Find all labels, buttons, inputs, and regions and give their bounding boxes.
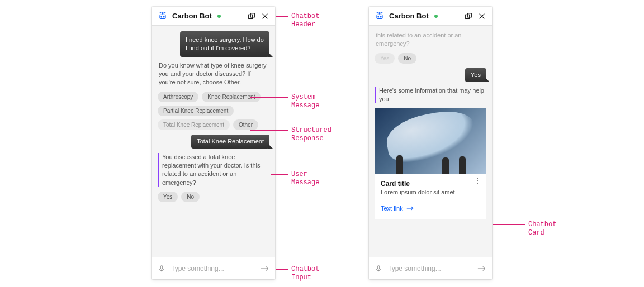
user-message: Total Knee Replacement	[191, 135, 269, 149]
bot-icon	[158, 11, 168, 21]
bot-icon	[375, 11, 385, 21]
svg-point-2	[163, 16, 164, 17]
svg-point-15	[378, 16, 379, 17]
svg-point-6	[164, 12, 165, 13]
overflow-menu-icon[interactable]: ⋮	[473, 180, 481, 183]
annotation-connector	[250, 130, 288, 131]
chatbot-panel-left: Carbon Bot I need knee surgery. How do I	[152, 7, 275, 279]
header-title: Carbon Bot	[389, 12, 429, 20]
close-icon[interactable]	[261, 12, 269, 21]
popout-icon[interactable]	[247, 12, 256, 21]
annotation-connector	[250, 97, 288, 98]
annotation-header: Chatbot Header	[291, 12, 319, 29]
svg-point-19	[377, 12, 378, 13]
svg-point-3	[162, 12, 163, 13]
system-message: Do you know what type of knee surgery yo…	[158, 61, 269, 87]
svg-point-1	[161, 16, 162, 17]
send-icon[interactable]	[261, 265, 269, 272]
chip-no[interactable]: No	[181, 192, 200, 202]
user-message: Yes	[465, 68, 486, 82]
user-message-text: Yes	[471, 71, 481, 78]
chip-yes[interactable]: Yes	[375, 53, 395, 64]
chip-total-knee-replacement[interactable]: Total Knee Replacement	[158, 119, 230, 130]
system-message-faded: this related to an accident or an emerge…	[375, 31, 486, 49]
annotation-connector	[276, 269, 288, 270]
chip-no[interactable]: No	[398, 53, 416, 64]
svg-point-20	[381, 12, 382, 13]
chatbot-header: Carbon Bot	[369, 7, 492, 26]
message-input[interactable]	[171, 265, 255, 272]
chatbot-card: Card title Lorem ipsum dolor sit amet ⋮ …	[375, 108, 486, 219]
status-indicator	[217, 15, 221, 18]
svg-point-16	[380, 16, 381, 17]
chat-body: I need knee surgery. How do I find out i…	[152, 26, 275, 257]
card-image	[375, 108, 486, 174]
svg-rect-11	[160, 265, 163, 269]
system-message: You discussed a total knee replacement w…	[158, 153, 269, 188]
annotation-connector	[493, 224, 525, 225]
chip-partial-knee-replacement[interactable]: Partial Knee Replacement	[158, 106, 234, 116]
svg-rect-26	[377, 265, 380, 269]
send-icon[interactable]	[477, 265, 486, 272]
user-message: I need knee surgery. How do I find out i…	[180, 31, 269, 57]
chip-yes[interactable]: Yes	[158, 192, 178, 202]
annotation-system-message: System Message	[291, 93, 319, 110]
annotation-input: Chatbot Input	[291, 265, 319, 282]
chip-other[interactable]: Other	[233, 119, 258, 130]
popout-icon[interactable]	[464, 12, 473, 21]
yes-no-chips: Yes No	[158, 192, 269, 202]
mic-icon[interactable]	[158, 265, 165, 272]
annotation-user-message: User Message	[291, 170, 319, 187]
annotation-connector	[276, 16, 288, 17]
chip-arthroscopy[interactable]: Arthroscopy	[158, 92, 198, 102]
yes-no-chips: Yes No	[375, 53, 486, 64]
card-subtitle: Lorem ipsum dolor sit amet	[381, 189, 480, 195]
close-icon[interactable]	[477, 12, 486, 21]
card-link[interactable]: Text link	[381, 205, 403, 212]
annotation-structured-response: Structured Response	[291, 126, 332, 143]
user-message-text: Total Knee Replacement	[197, 138, 264, 145]
status-indicator	[434, 15, 438, 18]
message-input[interactable]	[388, 265, 472, 272]
card-title: Card title	[381, 180, 480, 188]
chatbot-header: Carbon Bot	[152, 7, 275, 26]
svg-point-17	[379, 12, 380, 13]
mic-icon[interactable]	[375, 265, 382, 272]
chat-body: this related to an accident or an emerge…	[369, 26, 492, 257]
system-message: Here's some information that may help yo…	[375, 87, 486, 104]
annotation-card: Chatbot Card	[528, 221, 556, 237]
chatbot-input	[369, 257, 492, 279]
user-message-text: I need knee surgery. How do I find out i…	[186, 36, 264, 51]
svg-point-5	[160, 12, 161, 13]
annotation-connector	[271, 174, 288, 175]
header-title: Carbon Bot	[172, 12, 212, 20]
chatbot-panel-right: Carbon Bot this related to an accident o…	[369, 7, 492, 279]
arrow-right-icon	[406, 203, 414, 213]
chatbot-input	[152, 257, 275, 279]
